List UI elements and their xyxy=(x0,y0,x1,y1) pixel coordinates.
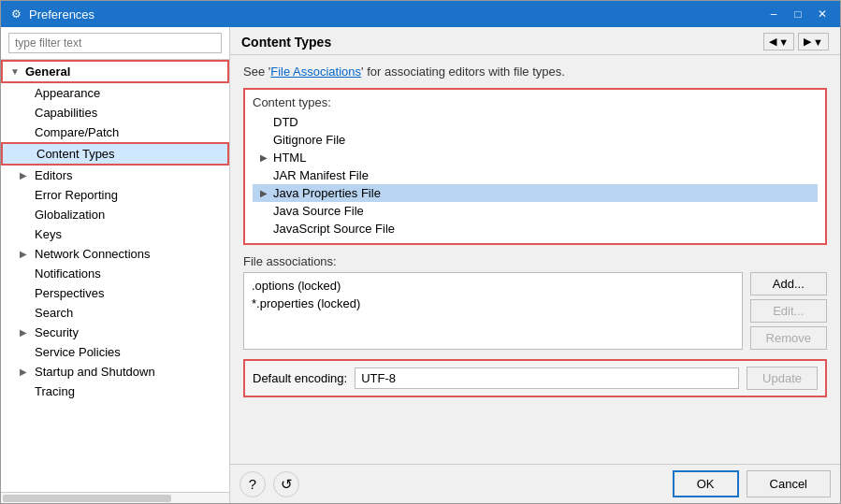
content-header: Content Types ◀ ▼ ▶ ▼ xyxy=(230,27,840,55)
forward-arrow-icon: ▶ xyxy=(804,36,811,48)
content-type-html[interactable]: ▶ HTML xyxy=(253,149,818,166)
arrow-editors: ▶ xyxy=(20,170,31,180)
label-error-reporting: Error Reporting xyxy=(35,188,118,202)
sidebar-item-general[interactable]: ▼ General xyxy=(1,60,229,83)
close-button[interactable]: ✕ xyxy=(812,6,833,22)
update-button[interactable]: Update xyxy=(747,367,818,390)
sidebar: ▼ General Appearance Capabilities Compar… xyxy=(1,27,230,503)
remove-button[interactable]: Remove xyxy=(750,326,827,350)
title-bar-controls: – □ ✕ xyxy=(763,6,833,22)
dropdown-arrow-icon: ▼ xyxy=(778,36,789,48)
label-general: General xyxy=(25,65,70,79)
content-types-label: Content types: xyxy=(253,95,818,109)
label-capabilities: Capabilities xyxy=(35,106,97,120)
sidebar-item-editors[interactable]: ▶ Editors xyxy=(1,166,229,185)
minimize-button[interactable]: – xyxy=(763,6,784,22)
arrow-network-connections: ▶ xyxy=(20,249,31,259)
title-bar: ⚙ Preferences – □ ✕ xyxy=(1,1,840,27)
file-assoc-label: File associations: xyxy=(243,254,827,268)
restore-defaults-button[interactable]: ↺ xyxy=(273,471,299,497)
encoding-section: Default encoding: Update xyxy=(243,359,827,397)
sidebar-scrollbar-h[interactable] xyxy=(1,492,229,503)
label-java-source: Java Source File xyxy=(273,204,364,218)
assoc-item-properties[interactable]: *.properties (locked) xyxy=(248,295,738,312)
file-assoc-buttons: Add... Edit... Remove xyxy=(750,272,827,350)
back-arrow-icon: ◀ xyxy=(769,36,776,48)
sidebar-item-service-policies[interactable]: Service Policies xyxy=(1,342,229,362)
sidebar-item-perspectives[interactable]: Perspectives xyxy=(1,283,229,303)
title-bar-left: ⚙ Preferences xyxy=(8,7,94,22)
label-editors: Editors xyxy=(35,168,72,182)
bottom-bar: ? ↺ OK Cancel xyxy=(230,464,840,503)
tree-container[interactable]: ▼ General Appearance Capabilities Compar… xyxy=(1,60,229,492)
content-body: See 'File Associations' for associating … xyxy=(230,55,840,464)
sidebar-item-network-connections[interactable]: ▶ Network Connections xyxy=(1,244,229,264)
forward-nav-button[interactable]: ▶ ▼ xyxy=(798,33,829,50)
sidebar-item-security[interactable]: ▶ Security xyxy=(1,323,229,342)
label-jar: JAR Manifest File xyxy=(273,168,369,182)
label-perspectives: Perspectives xyxy=(35,286,104,300)
back-nav-button[interactable]: ◀ ▼ xyxy=(763,33,794,50)
content-type-java-source[interactable]: Java Source File xyxy=(253,202,818,220)
description-text: See 'File Associations' for associating … xyxy=(243,65,827,79)
add-button[interactable]: Add... xyxy=(750,272,827,295)
ok-button[interactable]: OK xyxy=(673,470,739,497)
dropdown-arrow-icon2: ▼ xyxy=(813,36,823,48)
arrow-java-props: ▶ xyxy=(260,188,269,198)
arrow-security: ▶ xyxy=(20,327,31,338)
label-gitignore: Gitignore File xyxy=(273,133,345,147)
label-compare-patch: Compare/Patch xyxy=(35,125,119,139)
filter-box xyxy=(1,27,229,60)
sidebar-item-notifications[interactable]: Notifications xyxy=(1,264,229,283)
file-assoc-row: .options (locked) *.properties (locked) … xyxy=(243,272,827,350)
file-assoc-link[interactable]: File Associations xyxy=(270,65,361,79)
arrow-startup-shutdown: ▶ xyxy=(20,367,31,377)
content-type-dtd[interactable]: DTD xyxy=(253,113,818,131)
label-js-source: JavaScript Source File xyxy=(273,222,395,236)
window-title: Preferences xyxy=(29,7,94,22)
content-type-gitignore[interactable]: Gitignore File xyxy=(253,131,818,149)
preferences-window: ⚙ Preferences – □ ✕ ▼ General App xyxy=(0,0,841,504)
label-service-policies: Service Policies xyxy=(35,345,121,359)
label-keys: Keys xyxy=(35,227,62,241)
main-content: ▼ General Appearance Capabilities Compar… xyxy=(1,27,840,503)
label-security: Security xyxy=(35,325,79,339)
sidebar-item-startup-shutdown[interactable]: ▶ Startup and Shutdown xyxy=(1,362,229,382)
desc-suffix: ' for associating editors with file type… xyxy=(361,65,565,79)
bottom-left: ? ↺ xyxy=(239,471,299,497)
sidebar-item-content-types[interactable]: Content Types xyxy=(1,142,229,166)
label-tracing: Tracing xyxy=(35,384,75,398)
sidebar-item-globalization[interactable]: Globalization xyxy=(1,205,229,224)
file-assoc-list[interactable]: .options (locked) *.properties (locked) xyxy=(243,272,743,350)
content-types-section: Content types: DTD Gitignore File ▶ HT xyxy=(243,88,827,245)
assoc-item-options[interactable]: .options (locked) xyxy=(248,277,738,295)
label-content-types: Content Types xyxy=(36,147,115,161)
label-notifications: Notifications xyxy=(35,266,101,281)
help-button[interactable]: ? xyxy=(239,471,266,497)
content-type-java-properties[interactable]: ▶ Java Properties File xyxy=(253,184,818,202)
label-java-props: Java Properties File xyxy=(273,186,381,200)
sidebar-item-search[interactable]: Search xyxy=(1,303,229,323)
sidebar-item-keys[interactable]: Keys xyxy=(1,224,229,244)
sidebar-item-capabilities[interactable]: Capabilities xyxy=(1,103,229,122)
sidebar-item-tracing[interactable]: Tracing xyxy=(1,382,229,401)
content-area: Content Types ◀ ▼ ▶ ▼ See 'File Associat… xyxy=(230,27,840,503)
label-search: Search xyxy=(35,306,73,320)
filter-input[interactable] xyxy=(8,33,222,53)
label-appearance: Appearance xyxy=(35,86,100,100)
maximize-button[interactable]: □ xyxy=(788,6,808,22)
sidebar-item-error-reporting[interactable]: Error Reporting xyxy=(1,185,229,205)
content-type-javascript-source[interactable]: JavaScript Source File xyxy=(253,220,818,238)
content-types-list: DTD Gitignore File ▶ HTML JAR Manife xyxy=(253,113,818,238)
desc-prefix: See ' xyxy=(243,65,270,79)
header-actions: ◀ ▼ ▶ ▼ xyxy=(763,33,829,50)
sidebar-item-appearance[interactable]: Appearance xyxy=(1,83,229,103)
cancel-button[interactable]: Cancel xyxy=(747,470,831,497)
edit-button[interactable]: Edit... xyxy=(750,299,827,323)
label-html: HTML xyxy=(273,151,306,165)
encoding-input[interactable] xyxy=(355,367,739,389)
label-dtd: DTD xyxy=(273,115,298,129)
page-title: Content Types xyxy=(241,35,331,50)
content-type-jar-manifest[interactable]: JAR Manifest File xyxy=(253,166,818,184)
sidebar-item-compare-patch[interactable]: Compare/Patch xyxy=(1,122,229,142)
